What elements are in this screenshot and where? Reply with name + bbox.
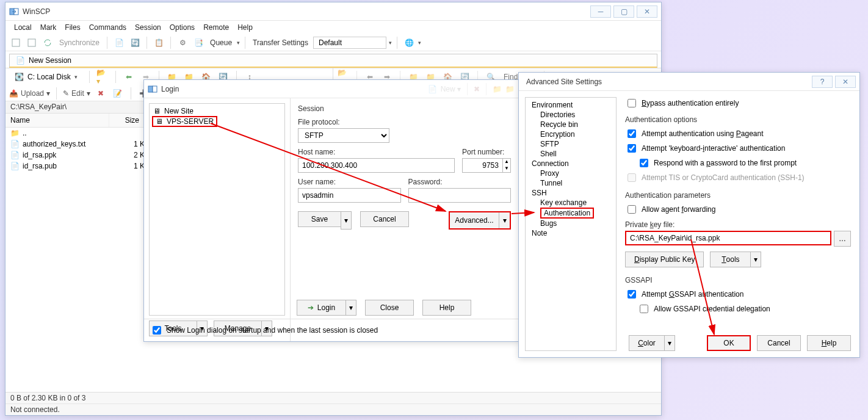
hostname-input[interactable] [298, 158, 455, 173]
respond-checkbox[interactable]: Respond with a password to the first pro… [637, 157, 851, 169]
username-input[interactable] [298, 188, 401, 203]
port-down[interactable]: ▼ [503, 165, 510, 172]
props-icon[interactable]: 📝 [111, 87, 125, 100]
menu-mark[interactable]: Mark [37, 22, 60, 33]
tree-keyex[interactable]: Key exchange [528, 198, 613, 208]
winscp-icon [9, 7, 19, 16]
auth-params-heading: Authentication parameters [625, 191, 851, 200]
bypass-checkbox[interactable]: Bypass authentication entirely [625, 97, 851, 109]
tree-proxy[interactable]: Proxy [528, 168, 613, 178]
toolbar-icon[interactable]: 🔄 [128, 36, 142, 49]
menu-help[interactable]: Help [234, 22, 256, 33]
toolbar-icon[interactable] [9, 36, 23, 49]
tree-connection[interactable]: Connection [528, 159, 613, 168]
port-up[interactable]: ▲ [503, 159, 510, 165]
port-input[interactable] [462, 158, 503, 173]
help-button[interactable]: Help [422, 300, 471, 316]
menu-commands[interactable]: Commands [85, 22, 130, 33]
status-connection: Not connected. [5, 404, 661, 415]
hostname-label: Host name: [298, 148, 455, 156]
menu-local[interactable]: Local [10, 22, 35, 33]
tree-ssh[interactable]: SSH [528, 188, 613, 198]
tab-icon: 📄 [428, 85, 437, 93]
gssapi-deleg-checkbox[interactable]: Allow GSSAPI credential delegation [637, 303, 851, 315]
new-session-tab[interactable]: 📄 New Session [9, 54, 657, 68]
close-button[interactable]: ✕ [637, 5, 657, 18]
tools-button[interactable]: Tools▾ [710, 252, 761, 267]
tree-encryption[interactable]: Encryption [528, 129, 613, 139]
sync-label[interactable]: Synchronize [57, 38, 102, 47]
col-name[interactable]: Name [5, 114, 109, 127]
col-size[interactable]: Size [109, 114, 145, 127]
toolbar-icon[interactable]: 📋 [152, 36, 165, 49]
toolbar-icon[interactable]: 📄 [112, 36, 126, 49]
site-tree[interactable]: 🖥 New Site 🖥 VPS-SERVER [149, 103, 285, 316]
sync-icon[interactable] [41, 36, 54, 49]
globe-icon[interactable]: 🌐 [402, 36, 416, 49]
cancel-button[interactable]: Cancel [757, 335, 801, 351]
login-button[interactable]: ➔Login▾ [297, 300, 356, 316]
gssapi-checkbox[interactable]: Attempt GSSAPI authentication [625, 288, 851, 300]
main-toolbar: Synchronize 📄 🔄 📋 ⚙ 📑 Queue ▾ Transfer S… [5, 34, 661, 51]
tree-tunnel[interactable]: Tunnel [528, 178, 613, 188]
file-icon: 📄 [10, 140, 19, 148]
back-icon[interactable]: ⬅ [122, 70, 136, 84]
local-drive[interactable]: 💽 C: Local Disk ▾ [9, 71, 83, 83]
maximize-button[interactable]: ▢ [613, 5, 634, 18]
auth-options-heading: Authentication options [625, 115, 851, 124]
tree-shell[interactable]: Shell [528, 149, 613, 159]
toolbar-icon[interactable] [25, 36, 38, 49]
advanced-button[interactable]: Advanced...▾ [449, 211, 511, 230]
private-key-input[interactable] [625, 231, 831, 245]
menu-remote[interactable]: Remote [200, 22, 233, 33]
tree-note[interactable]: Note [528, 228, 613, 238]
display-pubkey-button[interactable]: Display Public Key [625, 252, 704, 267]
browse-button[interactable]: … [834, 231, 851, 247]
queue-label[interactable]: Queue [208, 38, 234, 47]
svg-rect-2 [12, 39, 20, 46]
login-title: Login [161, 85, 179, 93]
color-button[interactable]: Color▾ [629, 335, 675, 351]
help-button[interactable]: ? [812, 76, 833, 88]
queue-icon[interactable]: 📑 [192, 36, 205, 49]
tree-directories[interactable]: Directories [528, 110, 613, 120]
queue-dropdown[interactable]: ▾ [237, 40, 240, 46]
delete-icon[interactable]: ✖ [94, 87, 107, 100]
edit-button[interactable]: ✎ Edit ▾ [63, 89, 90, 98]
kbi-checkbox[interactable]: Attempt 'keyboard-interactive' authentic… [625, 142, 851, 154]
svg-rect-5 [153, 86, 157, 92]
tree-recycle[interactable]: Recycle bin [528, 120, 613, 129]
transfer-settings-value[interactable]: Default [313, 37, 386, 49]
site-new[interactable]: 🖥 New Site [152, 106, 282, 116]
show-login-checkbox[interactable]: Show Login dialog on startup and when th… [150, 324, 378, 336]
tree-sftp[interactable]: SFTP [528, 139, 613, 149]
agent-fwd-checkbox[interactable]: Allow agent forwarding [625, 203, 851, 215]
pageant-checkbox[interactable]: Attempt authentication using Pageant [625, 128, 851, 140]
file-icon: 📄 [10, 162, 19, 170]
gear-icon[interactable]: ⚙ [176, 36, 189, 49]
tree-authentication[interactable]: Authentication [540, 208, 594, 219]
site-vps-server[interactable]: 🖥 VPS-SERVER [152, 116, 217, 127]
minimize-button[interactable]: ─ [590, 5, 611, 18]
file-protocol-select[interactable]: SFTP [298, 128, 389, 143]
folder-icon[interactable]: 📂▾ [96, 70, 109, 84]
menu-session[interactable]: Session [131, 22, 165, 33]
close-button[interactable]: ✕ [835, 76, 856, 88]
folder-icon: 📁 [493, 85, 502, 93]
transfer-dropdown[interactable]: ▾ [389, 40, 392, 46]
tree-bugs[interactable]: Bugs [528, 219, 613, 228]
help-button[interactable]: Help [807, 335, 851, 351]
adv-tree[interactable]: Environment Directories Recycle bin Encr… [525, 97, 617, 351]
ok-button[interactable]: OK [707, 335, 751, 351]
menu-options[interactable]: Options [166, 22, 198, 33]
save-button[interactable]: Save▾ [298, 211, 352, 230]
tree-environment[interactable]: Environment [528, 100, 613, 110]
upload-button[interactable]: 📤 Upload ▾ [9, 89, 50, 98]
folder-icon: 📁 [505, 85, 515, 93]
close-button[interactable]: Close [365, 300, 414, 316]
cancel-button[interactable]: Cancel [360, 211, 409, 227]
main-title: WinSCP [23, 7, 50, 16]
password-input[interactable] [408, 188, 512, 203]
menu-files[interactable]: Files [61, 22, 84, 33]
tis-checkbox: Attempt TIS or CryptoCard authentication… [625, 172, 851, 184]
